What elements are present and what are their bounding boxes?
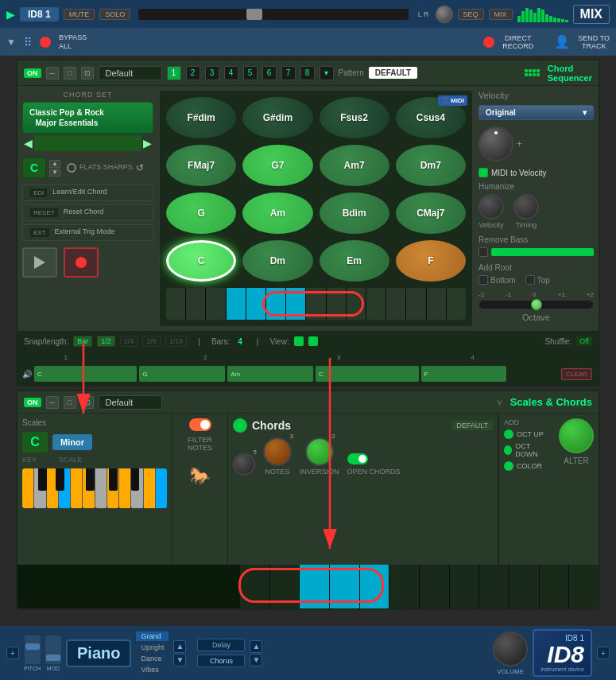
mini-black-key[interactable] [56, 468, 64, 491]
chord-btn-c[interactable]: C [166, 240, 236, 282]
clear-button[interactable]: CLEAR [561, 368, 592, 380]
mini-key-orange[interactable] [144, 468, 156, 508]
pattern-btn-2[interactable]: 2 [186, 66, 200, 80]
pattern-btn-8[interactable]: 8 [300, 66, 315, 80]
scales-preset-display[interactable]: Default [99, 395, 162, 410]
chorus-button[interactable]: Chorus [197, 655, 245, 667]
segment-F[interactable]: F [421, 366, 507, 382]
piano-key-w[interactable] [306, 288, 326, 320]
s-piano-key[interactable] [240, 565, 270, 608]
scales-fold-button[interactable]: ⊡ [81, 396, 94, 409]
type-up-button[interactable]: ▲ [173, 640, 186, 653]
reset-label[interactable]: RESET [29, 208, 59, 218]
mini-black-key[interactable] [86, 468, 95, 491]
key-up-arrow[interactable]: ▲ [49, 160, 60, 168]
chord-btn-f[interactable]: F [396, 240, 466, 282]
velocity-dropdown[interactable]: Original ▾ [478, 105, 594, 120]
alter-button[interactable] [559, 418, 594, 453]
s-piano-key[interactable] [389, 565, 420, 608]
piano-key-w[interactable] [406, 288, 426, 320]
mini-black-key[interactable] [131, 468, 140, 491]
key-display[interactable]: C [22, 157, 46, 178]
piano-key-w[interactable] [206, 288, 226, 320]
rec-button[interactable] [64, 247, 99, 278]
piano-key-active[interactable] [266, 288, 286, 320]
play-icon[interactable]: ▶ [6, 8, 15, 21]
chord-btn-em[interactable]: Em [320, 240, 389, 282]
on-button[interactable]: ON [24, 68, 41, 78]
piano-key-active[interactable] [227, 288, 246, 320]
refresh-button[interactable]: ↺ [136, 162, 144, 173]
s-piano-key[interactable] [479, 565, 509, 608]
snap-sixteenth[interactable]: 1/16 [165, 336, 188, 347]
piano-key-w[interactable] [327, 288, 347, 320]
type-grand[interactable]: Grand [136, 631, 169, 641]
snap-eighth[interactable]: 1/8 [142, 336, 161, 347]
mini-key-orange[interactable] [119, 468, 131, 508]
piano-key-w[interactable] [166, 288, 186, 320]
s-piano-key[interactable] [270, 565, 300, 608]
humanize-velocity-knob[interactable] [478, 194, 504, 220]
s-piano-key[interactable] [509, 565, 540, 608]
segment-Am[interactable]: Am [227, 366, 313, 382]
piano-key-w[interactable] [427, 288, 447, 320]
pattern-dropdown[interactable]: ▾ [320, 66, 334, 80]
pattern-btn-1[interactable]: 1 [167, 66, 181, 80]
type-vibes[interactable]: Vibes [136, 665, 169, 674]
s-piano-key[interactable] [420, 565, 450, 608]
ext-trig-label[interactable]: External Trig Mode [55, 227, 115, 238]
mini-key-orange[interactable] [71, 468, 83, 508]
ext-label[interactable]: EXT [29, 227, 50, 238]
mini-key-blue[interactable] [156, 468, 167, 508]
mute-button[interactable]: MUTE [64, 9, 95, 20]
piano-key-w[interactable] [186, 288, 206, 320]
edit-label[interactable]: EDI [29, 188, 48, 198]
s-piano-key[interactable] [450, 565, 480, 608]
learn-edit-label[interactable]: Learn/Edit Chord [52, 188, 107, 198]
chord-btn-cmaj7[interactable]: CMaj7 [396, 192, 466, 234]
pattern-btn-6[interactable]: 6 [262, 66, 277, 80]
chord-btn-dm[interactable]: Dm [242, 240, 312, 282]
grid-icon[interactable]: ⠿ [24, 36, 32, 49]
delay-button[interactable]: Delay [197, 639, 245, 651]
octave-slider-thumb[interactable] [531, 299, 542, 310]
s-piano-key-active[interactable] [360, 565, 390, 608]
top-checkbox[interactable] [525, 275, 535, 285]
open-chords-switch[interactable] [347, 453, 368, 464]
chord-btn-bdim[interactable]: Bdim [320, 192, 389, 234]
bass-slider[interactable] [491, 248, 594, 256]
view-dot-1[interactable] [294, 336, 304, 346]
chord-btn-am[interactable]: Am [242, 192, 312, 234]
scale-key-display[interactable]: C [22, 432, 48, 453]
min-button[interactable]: ─ [46, 67, 59, 80]
scales-window-button[interactable]: □ [64, 396, 76, 409]
mix-big-button[interactable]: MIX [573, 5, 610, 24]
chord-btn-g[interactable]: G [166, 192, 236, 234]
chord-btn-fmaj7[interactable]: FMaj7 [166, 145, 236, 186]
piano-key-active[interactable] [246, 288, 266, 320]
scale-name-display[interactable]: Minor [52, 434, 92, 450]
mod-slider[interactable] [45, 635, 61, 664]
inst-add-button[interactable]: + [6, 647, 19, 659]
chord-btn-g-dim[interactable]: G#dim [242, 97, 312, 138]
volume-icon[interactable]: 🔊 [22, 370, 32, 379]
s-piano-key-active[interactable] [300, 565, 330, 608]
chord-next-arrow[interactable]: ▶ [143, 137, 152, 150]
chord-btn-g7[interactable]: G7 [242, 145, 312, 186]
mini-black-key[interactable] [38, 468, 47, 491]
snap-quarter[interactable]: 1/4 [120, 336, 138, 347]
piano-key-w[interactable] [447, 288, 466, 320]
seq-button[interactable]: SEQ [458, 9, 484, 20]
chords-on-button[interactable] [233, 418, 247, 433]
mini-black-key[interactable] [109, 468, 118, 491]
notes-knob-small[interactable] [233, 453, 255, 476]
snap-half[interactable]: 1/2 [97, 336, 115, 347]
humanize-timing-knob[interactable] [513, 194, 539, 220]
type-upright[interactable]: Upright [136, 643, 169, 652]
chord-prev-arrow[interactable]: ◀ [24, 137, 33, 150]
type-dance[interactable]: Dance [136, 654, 169, 663]
chord-btn-f-dim[interactable]: F#dim [166, 97, 236, 138]
fold-button[interactable]: ⊡ [81, 67, 94, 80]
reset-chord-label[interactable]: Reset Chord [64, 208, 104, 218]
scales-on-button[interactable]: ON [24, 398, 41, 407]
